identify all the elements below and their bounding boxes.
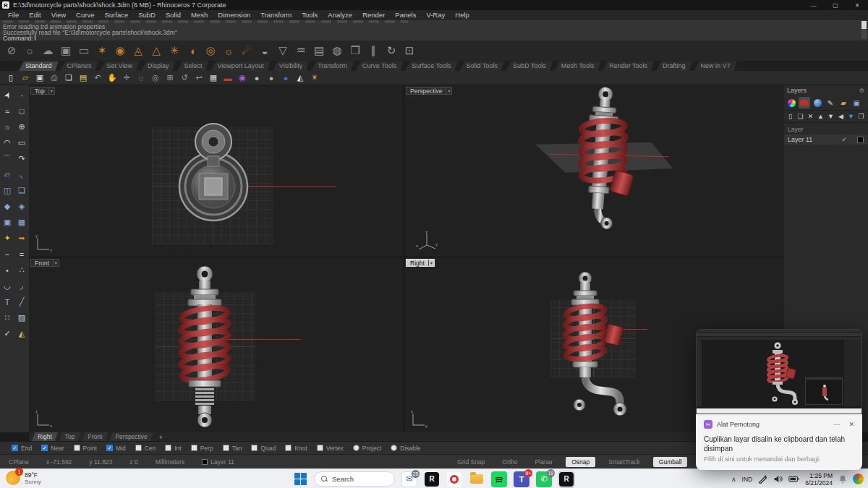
command-prompt[interactable]: Command: [3,35,868,40]
snip-notification[interactable]: ✂ Alat Pemotong ⋯ ✕ Cuplikan layar disal… [696,329,862,470]
minimize-button[interactable]: — [803,0,825,10]
tab-cplanes[interactable]: CPlanes [61,61,98,71]
shock-front-view[interactable] [161,265,248,431]
settings-sun-icon[interactable]: ☀ [310,73,320,83]
menu-view[interactable]: View [46,11,71,19]
radio-disable[interactable] [391,445,397,451]
circle-icon[interactable]: ○ [2,121,13,132]
vray-fur-icon[interactable]: ♒ [294,43,308,58]
tab-display[interactable]: Display [141,61,176,71]
checkbox-point[interactable] [74,445,80,451]
arc-icon[interactable]: ◠ [2,137,13,148]
layer-row[interactable]: Layer 11 ✓ [784,134,867,145]
menu-file[interactable]: File [3,11,24,19]
join-arrow-icon[interactable]: ➥ [17,233,27,244]
vray-clipper-icon[interactable]: ▽ [276,43,290,58]
move-down-icon[interactable]: ▼ [827,113,835,120]
undo-view-icon[interactable]: ↩ [194,73,204,83]
tab-standard[interactable]: Standard [19,61,59,71]
vray-tripod-icon[interactable]: △ [149,43,163,58]
filter-icon[interactable]: ▼ [847,113,855,120]
viewport-perspective-label[interactable]: Perspective▾ [406,87,452,95]
checkbox-mid[interactable]: ✓ [106,445,113,451]
teams-app[interactable]: T9+ [514,471,529,487]
status-planar[interactable]: Planar [527,458,562,466]
layer-color-swatch[interactable] [857,137,864,143]
extrude-icon[interactable]: ◆ [2,201,13,212]
sphere-solid-icon[interactable]: ❏ [17,185,27,196]
viewport-perspective[interactable]: Perspective▾ [404,85,783,257]
vray-cloud-icon[interactable]: ☁ [41,43,55,58]
checkbox-vertex[interactable] [317,445,323,451]
circle-point-icon[interactable]: ⊕ [17,121,27,132]
shock-right-view[interactable] [527,270,658,419]
vray-buffer-icon[interactable]: ▭ [77,43,91,58]
box-icon[interactable]: ◫ [2,185,13,196]
new-file-icon[interactable]: ▯ [6,73,16,83]
osnap-mid[interactable]: ✓Mid [106,445,126,452]
viewport-tab-right[interactable]: Right [32,432,58,441]
check-icon[interactable]: ✓ [2,328,13,339]
status-osnap[interactable]: Osnap [566,457,595,467]
dimension-icon[interactable]: ╱ [17,296,27,307]
maximize-button[interactable]: ▢ [825,0,846,10]
vray-scene-icon[interactable]: ❐ [348,43,362,58]
zoom-window-icon[interactable]: ⊞ [165,73,175,83]
tab-new-in-v7[interactable]: New in V7 [694,61,737,71]
menu-v-ray[interactable]: V-Ray [421,11,450,19]
new-sublayer-icon[interactable]: ❏ [796,113,804,120]
menu-transform[interactable]: Transform [255,11,297,19]
osnap-tan[interactable]: Tan [223,445,242,452]
zoom-icon[interactable]: ◌ [136,73,146,83]
status-y-11-823[interactable]: y 11.823 [80,458,121,466]
hatch-icon[interactable]: ▨ [17,312,27,323]
tab-visibility[interactable]: Visibility [273,61,309,71]
menu-dimension[interactable]: Dimension [213,11,255,19]
notification-card[interactable]: ✂ Alat Pemotong ⋯ ✕ Cuplikan layar disal… [696,414,862,470]
osnap-vertex[interactable]: Vertex [317,445,344,452]
color-wheel-icon[interactable]: ◉ [237,73,247,83]
bell-icon[interactable] [838,474,847,484]
rotate-view-icon[interactable]: ↺ [179,73,190,83]
vray-timeline-icon[interactable]: ↻ [384,43,399,58]
menu-surface[interactable]: Surface [99,11,133,19]
status-smarttrack[interactable]: SmartTrack [600,458,649,466]
tab-mesh-tools[interactable]: Mesh Tools [555,61,600,71]
materials-tab[interactable] [799,97,810,108]
menu-mesh[interactable]: Mesh [186,11,213,19]
menu-help[interactable]: Help [450,11,475,19]
command-scrollbar-thumb[interactable] [861,21,867,29]
clock[interactable]: 1:25 PM 6/21/2024 [805,472,833,487]
menu-solid[interactable]: Solid [161,11,186,19]
paint-tab[interactable]: ✎ [825,97,836,108]
render-car-icon[interactable]: ▬ [223,73,233,83]
vray-infinite-plane-icon[interactable]: ▤ [312,43,326,58]
vray-render-icon[interactable]: ◉ [113,43,127,58]
viewport-tab-perspective[interactable]: Perspective [109,432,153,441]
menu-curve[interactable]: Curve [71,11,99,19]
earth-icon[interactable]: ● [281,73,291,83]
opera-app[interactable] [446,471,462,487]
spotify-app[interactable] [491,471,507,487]
osnap-knot[interactable]: Knot [285,445,307,452]
vray-sun-icon[interactable]: ✳ [167,43,182,58]
osnap-near[interactable]: ✓Near [41,445,64,452]
checkbox-cen[interactable] [135,445,142,451]
vray-frame-icon[interactable]: ▣ [59,43,73,58]
hidden-icons-chevron[interactable]: ∧ [731,476,736,483]
osnap-point[interactable]: Point [74,445,97,452]
tab-render-tools[interactable]: Render Tools [603,61,654,71]
pan-hand-icon[interactable]: ✋ [107,73,117,83]
osnap-end[interactable]: ✓End [12,445,32,452]
shaded-sphere-icon[interactable]: ● [252,73,262,83]
vray-mesh-light-icon[interactable]: ◒ [258,43,272,58]
move-up-icon[interactable]: ▲ [817,113,825,120]
menu-analyze[interactable]: Analyze [323,11,357,19]
osnap-quad[interactable]: Quad [251,445,276,452]
menu-render[interactable]: Render [357,11,390,19]
osnap-project[interactable]: Project [353,445,381,452]
mesh-box-icon[interactable]: ▦ [17,217,27,228]
curve2-icon[interactable]: ⌒ [2,153,13,164]
status-ortho[interactable]: Ortho [493,458,526,466]
command-history[interactable]: Error reading trd animation properties S… [0,20,868,40]
